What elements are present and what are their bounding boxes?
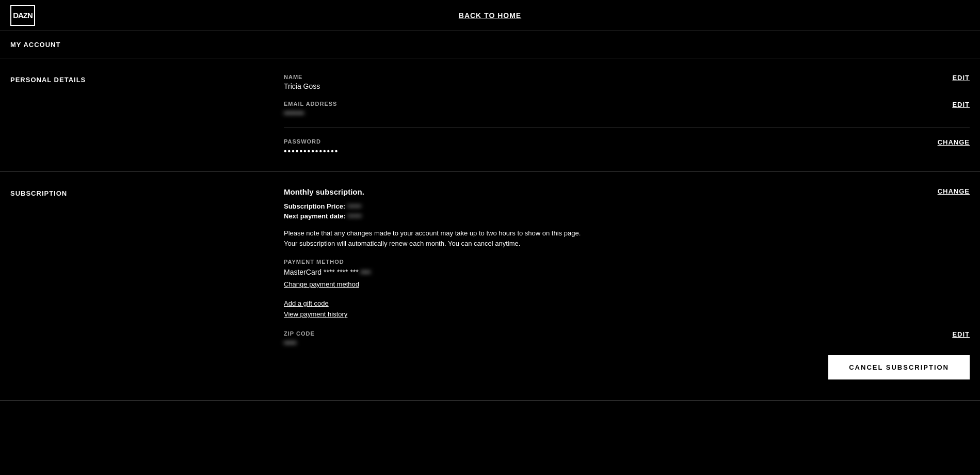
next-payment-row: Next payment date: •••••• <box>284 212 970 220</box>
main-content: PERSONAL DETAILS NAME Tricia Goss EDIT E… <box>0 58 980 401</box>
subscription-note: Please note that any changes made to you… <box>284 228 970 248</box>
my-account-label: MY ACCOUNT <box>10 41 60 49</box>
personal-details-label: PERSONAL DETAILS <box>10 74 284 156</box>
subscription-label: SUBSCRIPTION <box>10 187 284 197</box>
payment-method-label: PAYMENT METHOD <box>284 259 970 265</box>
cancel-subscription-button[interactable]: CANCEL SUBSCRIPTION <box>828 355 970 379</box>
back-to-home-link[interactable]: BACK TO HOME <box>459 11 521 20</box>
personal-details-section: PERSONAL DETAILS NAME Tricia Goss EDIT E… <box>0 58 980 172</box>
subscription-title: Monthly subscription. <box>284 187 364 196</box>
payment-method-blurred: •••• <box>361 268 371 276</box>
password-label: PASSWORD <box>284 138 927 145</box>
edit-zip-button[interactable]: EDIT <box>942 330 970 338</box>
next-payment-value: •••••• <box>348 212 362 220</box>
zip-label: ZIP CODE <box>284 330 942 337</box>
personal-details-content: NAME Tricia Goss EDIT EMAIL ADDRESS ••••… <box>284 74 970 156</box>
email-label: EMAIL ADDRESS <box>284 101 942 107</box>
subscription-header-row: Monthly subscription. CHANGE <box>284 187 970 196</box>
change-payment-method-button[interactable]: Change payment method <box>284 280 359 288</box>
name-value: Tricia Goss <box>284 82 942 90</box>
my-account-bar: MY ACCOUNT <box>0 31 980 58</box>
edit-email-button[interactable]: EDIT <box>942 101 970 108</box>
name-label: NAME <box>284 74 942 80</box>
name-field-info: NAME Tricia Goss <box>284 74 942 90</box>
zip-value: ••••• <box>284 339 942 347</box>
change-password-button[interactable]: CHANGE <box>927 138 970 146</box>
zip-field-group: ZIP CODE ••••• EDIT <box>284 330 970 347</box>
divider <box>284 128 970 128</box>
payment-method-value: MasterCard **** **** *** •••• <box>284 268 970 276</box>
email-field-info: EMAIL ADDRESS •••••••• <box>284 101 942 117</box>
zip-field-info: ZIP CODE ••••• <box>284 330 942 347</box>
name-field-group: NAME Tricia Goss EDIT <box>284 74 970 90</box>
subscription-price-row: Subscription Price: •••••• <box>284 202 970 210</box>
header: DAZN BACK TO HOME <box>0 0 980 31</box>
price-label: Subscription Price: <box>284 202 345 210</box>
add-gift-code-button[interactable]: Add a gift code <box>284 299 329 307</box>
edit-name-button[interactable]: EDIT <box>942 74 970 82</box>
password-field-group: PASSWORD •••••••••••••• CHANGE <box>284 138 970 156</box>
view-payment-history-button[interactable]: View payment history <box>284 310 347 318</box>
dazn-logo: DAZN <box>10 5 35 26</box>
subscription-content: Monthly subscription. CHANGE Subscriptio… <box>284 187 970 379</box>
password-value: •••••••••••••• <box>284 147 927 156</box>
next-payment-label: Next payment date: <box>284 212 346 220</box>
password-field-info: PASSWORD •••••••••••••• <box>284 138 927 156</box>
change-subscription-button[interactable]: CHANGE <box>927 187 970 195</box>
subscription-section: SUBSCRIPTION Monthly subscription. CHANG… <box>0 172 980 401</box>
price-value: •••••• <box>347 202 361 210</box>
email-field-group: EMAIL ADDRESS •••••••• EDIT <box>284 101 970 117</box>
email-value: •••••••• <box>284 109 942 117</box>
zip-section: ZIP CODE ••••• EDIT CANCEL SUBSCRIPTION <box>284 330 970 379</box>
